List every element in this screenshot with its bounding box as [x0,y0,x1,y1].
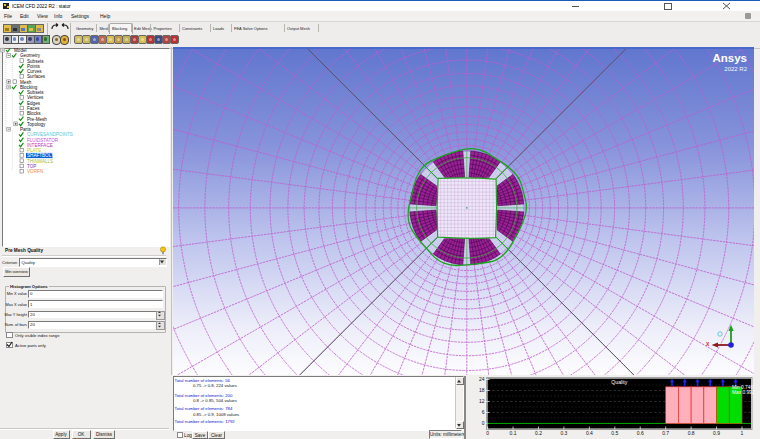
svg-text:6: 6 [482,409,485,415]
svg-text:Quality: Quality [611,379,628,385]
svg-text:24: 24 [479,376,485,382]
svg-text:0.9: 0.9 [713,430,720,436]
svg-text:Max 0.992: Max 0.992 [732,390,755,395]
svg-text:18: 18 [479,387,485,393]
svg-text:2022 R2: 2022 R2 [724,66,747,72]
svg-text:12: 12 [479,398,485,404]
svg-text:0.8: 0.8 [688,430,695,436]
svg-text:0: 0 [482,420,485,426]
svg-text:0: 0 [486,430,489,436]
svg-text:0.7: 0.7 [662,430,669,436]
svg-text:Ansys: Ansys [712,52,747,64]
svg-text:0.4: 0.4 [586,430,593,436]
svg-text:0.3: 0.3 [560,430,567,436]
svg-text:0.1: 0.1 [510,430,517,436]
svg-text:0.6: 0.6 [637,430,644,436]
svg-text:0.2: 0.2 [535,430,542,436]
svg-text:0.5: 0.5 [611,430,618,436]
svg-text:1: 1 [741,430,744,436]
